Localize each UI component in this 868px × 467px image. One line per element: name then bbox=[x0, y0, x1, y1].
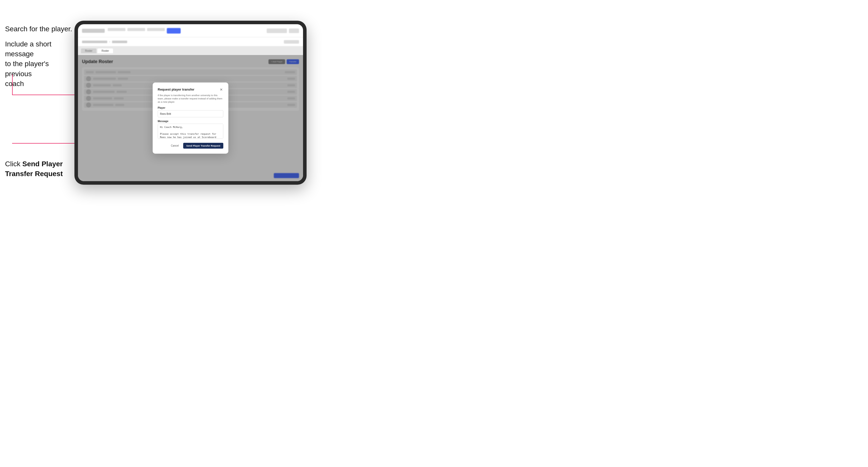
message-textarea[interactable]: Hi Coach McHarg, Please accept this tran… bbox=[158, 124, 223, 139]
modal-description: If the player is transferring from anoth… bbox=[158, 94, 223, 104]
header-btn-2 bbox=[289, 29, 299, 33]
arrow-line-vertical-1 bbox=[12, 74, 12, 95]
sub-header-action bbox=[284, 40, 299, 44]
message-label: Message bbox=[158, 120, 223, 123]
tab-bar: Roster Roster bbox=[78, 46, 303, 55]
annotation-message: Include a short messageto the player's p… bbox=[5, 39, 73, 89]
header-btn-1 bbox=[267, 29, 287, 33]
modal-dialog: Request player transfer ✕ If the player … bbox=[153, 83, 228, 154]
breadcrumb-2 bbox=[112, 41, 127, 43]
modal-footer: Cancel Send Player Transfer Request bbox=[158, 143, 223, 149]
modal-close-button[interactable]: ✕ bbox=[219, 88, 223, 92]
breadcrumb-separator: › bbox=[109, 40, 110, 43]
modal-title: Request player transfer bbox=[158, 88, 194, 91]
nav-item-1 bbox=[108, 28, 125, 31]
tab-1: Roster bbox=[81, 49, 96, 53]
nav-items bbox=[108, 28, 264, 34]
player-input[interactable] bbox=[158, 110, 223, 117]
header-right bbox=[267, 29, 299, 33]
modal-overlay: Request player transfer ✕ If the player … bbox=[78, 55, 303, 181]
tablet-screen: › Roster Roster Update Roster + Add Play… bbox=[78, 24, 303, 181]
cancel-button[interactable]: Cancel bbox=[168, 143, 181, 148]
app-header bbox=[78, 24, 303, 37]
annotation-click-normal: Click bbox=[5, 160, 22, 168]
nav-item-3 bbox=[147, 28, 165, 31]
nav-item-2 bbox=[127, 28, 145, 31]
annotation-click: Click Send PlayerTransfer Request bbox=[5, 159, 63, 179]
breadcrumb-1 bbox=[82, 41, 107, 43]
player-label: Player bbox=[158, 106, 223, 109]
app-logo bbox=[82, 29, 105, 33]
sub-header: › bbox=[78, 37, 303, 46]
tablet-frame: › Roster Roster Update Roster + Add Play… bbox=[74, 21, 307, 185]
modal-header: Request player transfer ✕ bbox=[158, 88, 223, 92]
tab-2-active: Roster bbox=[97, 49, 113, 53]
nav-item-active bbox=[167, 28, 181, 34]
main-content: Update Roster + Add Player Transfer bbox=[78, 55, 303, 181]
send-transfer-request-button[interactable]: Send Player Transfer Request bbox=[183, 143, 223, 149]
annotation-search: Search for the player. bbox=[5, 24, 72, 34]
